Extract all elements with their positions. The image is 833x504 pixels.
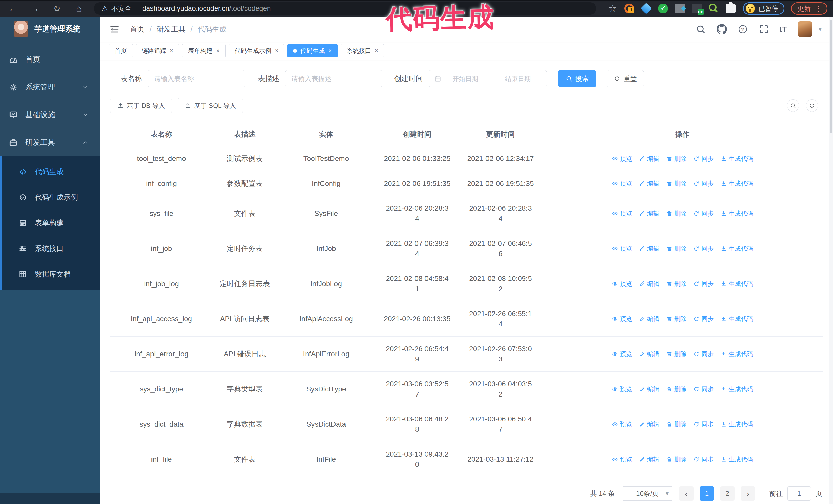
submenu-item-codegen[interactable]: 代码生成 [2, 159, 100, 185]
address-bar[interactable]: 不安全 dashboard.yudao.iocoder.cn/tool/code… [94, 2, 596, 15]
tab-close-icon[interactable] [216, 47, 220, 54]
action-trash[interactable]: 删除 [666, 153, 687, 164]
sidebar-item-devtools[interactable]: 研发工具 [0, 129, 100, 157]
action-edit[interactable]: 编辑 [639, 454, 660, 464]
action-sync[interactable]: 同步 [693, 279, 714, 289]
view-tab[interactable]: 代码生成 [287, 44, 338, 57]
action-trash[interactable]: 删除 [666, 419, 687, 429]
table-name-input[interactable] [148, 70, 245, 87]
action-edit[interactable]: 编辑 [639, 209, 660, 219]
app-logo-row[interactable]: 芋道管理系统 [0, 17, 100, 41]
view-tab[interactable]: 代码生成示例 [229, 44, 284, 57]
extension-icon-orange[interactable]: 1 [624, 4, 634, 13]
action-download[interactable]: 生成代码 [720, 454, 753, 464]
browser-home-icon[interactable] [73, 3, 85, 14]
action-edit[interactable]: 编辑 [639, 153, 660, 164]
browser-update-button[interactable]: 更新 [791, 2, 827, 15]
view-tab[interactable]: 表单构建 [182, 44, 225, 57]
reset-button[interactable]: 重置 [607, 70, 644, 87]
extension-icon-columns[interactable] [675, 4, 685, 13]
tab-close-icon[interactable] [170, 47, 173, 54]
extension-icon-key[interactable] [709, 4, 719, 13]
action-trash[interactable]: 删除 [666, 384, 687, 394]
import-db-button[interactable]: 基于 DB 导入 [110, 98, 172, 113]
extension-icon-gem[interactable] [641, 3, 652, 14]
action-trash[interactable]: 删除 [666, 178, 687, 189]
page-scrollbar[interactable] [829, 17, 833, 504]
tab-close-icon[interactable] [275, 47, 278, 54]
search-icon[interactable] [696, 24, 706, 34]
action-download[interactable]: 生成代码 [720, 384, 753, 394]
submenu-item-codegen-demo[interactable]: 代码生成示例 [2, 185, 100, 210]
action-download[interactable]: 生成代码 [720, 279, 753, 289]
search-button[interactable]: 搜索 [558, 70, 596, 87]
submenu-item-system-api[interactable]: 系统接口 [2, 236, 100, 262]
extension-icon-puzzle[interactable] [726, 4, 736, 13]
action-edit[interactable]: 编辑 [639, 349, 660, 359]
tab-close-icon[interactable] [375, 47, 378, 54]
import-sql-button[interactable]: 基于 SQL 导入 [177, 98, 243, 113]
action-sync[interactable]: 同步 [693, 209, 714, 219]
action-eye[interactable]: 预览 [612, 419, 632, 429]
user-menu-caret-icon[interactable] [819, 26, 822, 33]
table-desc-input[interactable] [285, 70, 382, 87]
view-tab[interactable]: 系统接口 [341, 44, 384, 57]
end-date-placeholder[interactable]: 结束日期 [494, 75, 542, 83]
extension-icon-green-check[interactable] [658, 4, 668, 13]
action-trash[interactable]: 删除 [666, 314, 687, 324]
sidebar-item-infra[interactable]: 基础设施 [0, 101, 100, 129]
fullscreen-icon[interactable] [759, 24, 769, 34]
action-eye[interactable]: 预览 [612, 314, 632, 324]
action-download[interactable]: 生成代码 [720, 419, 753, 429]
action-download[interactable]: 生成代码 [720, 314, 753, 324]
action-sync[interactable]: 同步 [693, 178, 714, 189]
action-edit[interactable]: 编辑 [639, 178, 660, 189]
scrollbar-thumb[interactable] [830, 20, 832, 133]
action-eye[interactable]: 预览 [612, 454, 632, 464]
page-button-2[interactable]: 2 [720, 486, 735, 501]
submenu-item-form-builder[interactable]: 表单构建 [2, 210, 100, 236]
profile-paused-pill[interactable]: 已暂停 [743, 2, 784, 15]
action-download[interactable]: 生成代码 [720, 243, 753, 254]
avatar[interactable] [798, 21, 812, 37]
action-edit[interactable]: 编辑 [639, 243, 660, 254]
sidebar-item-system[interactable]: 系统管理 [0, 73, 100, 101]
action-download[interactable]: 生成代码 [720, 209, 753, 219]
action-trash[interactable]: 删除 [666, 209, 687, 219]
hamburger-icon[interactable] [109, 24, 120, 34]
action-edit[interactable]: 编辑 [639, 279, 660, 289]
action-sync[interactable]: 同步 [693, 384, 714, 394]
extension-icon-dark[interactable]: on [692, 4, 702, 13]
github-icon[interactable] [717, 24, 727, 34]
view-tab[interactable]: 首页 [109, 44, 133, 57]
font-size-icon[interactable] [780, 25, 787, 33]
action-eye[interactable]: 预览 [612, 243, 632, 254]
action-download[interactable]: 生成代码 [720, 153, 753, 164]
action-trash[interactable]: 删除 [666, 349, 687, 359]
action-eye[interactable]: 预览 [612, 209, 632, 219]
action-sync[interactable]: 同步 [693, 243, 714, 254]
bookmark-star-icon[interactable] [609, 3, 617, 14]
action-edit[interactable]: 编辑 [639, 384, 660, 394]
action-trash[interactable]: 删除 [666, 279, 687, 289]
browser-menu-dots-icon[interactable] [815, 4, 823, 13]
breadcrumb-home[interactable]: 首页 [130, 24, 145, 34]
action-download[interactable]: 生成代码 [720, 349, 753, 359]
goto-page-input[interactable] [787, 486, 811, 501]
create-time-range-picker[interactable]: 开始日期 - 结束日期 [429, 70, 547, 87]
browser-reload-icon[interactable] [51, 3, 63, 14]
sidebar-item-home[interactable]: 首页 [0, 46, 100, 73]
action-sync[interactable]: 同步 [693, 314, 714, 324]
action-sync[interactable]: 同步 [693, 153, 714, 164]
action-trash[interactable]: 删除 [666, 243, 687, 254]
action-download[interactable]: 生成代码 [720, 178, 753, 189]
action-edit[interactable]: 编辑 [639, 419, 660, 429]
toggle-search-button[interactable] [787, 99, 799, 112]
page-size-select[interactable]: 10条/页 [622, 486, 673, 501]
action-eye[interactable]: 预览 [612, 178, 632, 189]
next-page-button[interactable] [741, 486, 755, 501]
page-button-1[interactable]: 1 [700, 486, 714, 501]
action-eye[interactable]: 预览 [612, 279, 632, 289]
action-sync[interactable]: 同步 [693, 349, 714, 359]
prev-page-button[interactable] [679, 486, 694, 501]
